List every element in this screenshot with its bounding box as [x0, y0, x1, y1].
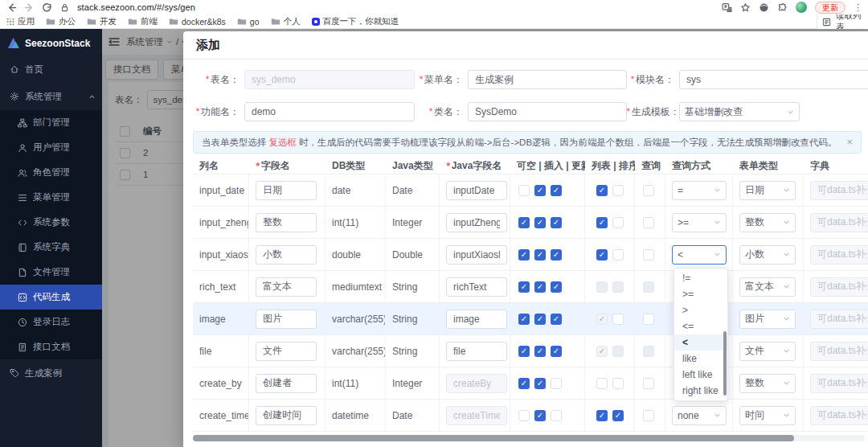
- nullable-checkbox[interactable]: [518, 410, 530, 421]
- horizontal-scrollbar[interactable]: [193, 435, 865, 441]
- bookmark-folder[interactable]: 办公: [46, 16, 76, 27]
- java-field-input[interactable]: [446, 342, 507, 361]
- menu-name-input[interactable]: [468, 70, 627, 89]
- brand[interactable]: SeezoonStack: [0, 29, 102, 55]
- bookmark-folder[interactable]: go: [237, 17, 260, 27]
- field-name-input[interactable]: [256, 277, 317, 297]
- sidebar-item-home[interactable]: 首页: [0, 55, 102, 83]
- bookmark-star-icon[interactable]: [740, 2, 751, 13]
- form-type-select[interactable]: 整数: [739, 213, 796, 232]
- query-mode-select[interactable]: >=: [672, 213, 727, 232]
- query-checkbox[interactable]: [643, 314, 654, 325]
- template-select[interactable]: 基础增删改查: [679, 102, 800, 121]
- field-name-input[interactable]: [256, 406, 317, 425]
- list-checkbox[interactable]: [596, 378, 608, 389]
- sidebar-item-2[interactable]: 部门管理: [0, 110, 102, 135]
- insert-checkbox[interactable]: [534, 217, 546, 228]
- dict-input[interactable]: [810, 406, 868, 425]
- sidebar-item-9[interactable]: 代码生成: [0, 285, 102, 310]
- update-checkbox[interactable]: [551, 378, 562, 389]
- field-name-input[interactable]: [256, 213, 317, 232]
- back-icon[interactable]: [6, 2, 17, 13]
- browser-update-button[interactable]: 更新: [815, 2, 845, 14]
- sidebar-item-system[interactable]: 系统管理: [0, 83, 102, 110]
- dropdown-option[interactable]: left like: [674, 367, 727, 383]
- java-field-input[interactable]: [446, 374, 507, 393]
- nullable-checkbox[interactable]: [518, 281, 530, 293]
- sidebar-item-11[interactable]: 接口文档: [0, 334, 102, 359]
- query-checkbox[interactable]: [643, 378, 654, 389]
- field-name-input[interactable]: [256, 342, 317, 361]
- form-type-select[interactable]: 日期: [739, 181, 796, 200]
- update-checkbox[interactable]: [551, 314, 562, 325]
- sidebar-item-8[interactable]: 文件管理: [0, 260, 102, 285]
- form-type-select[interactable]: 图片: [739, 310, 796, 329]
- bookmark-folder[interactable]: 开发: [87, 16, 117, 27]
- dict-input[interactable]: [810, 310, 868, 329]
- dropdown-option[interactable]: <: [674, 334, 727, 351]
- bookmark-folder[interactable]: 前端: [128, 16, 158, 27]
- dropdown-option[interactable]: !=: [674, 270, 727, 286]
- list-checkbox[interactable]: [596, 185, 608, 196]
- forward-icon[interactable]: [24, 2, 35, 13]
- dict-input[interactable]: [810, 342, 868, 361]
- dict-input[interactable]: [810, 374, 868, 393]
- nullable-checkbox[interactable]: [518, 249, 530, 260]
- insert-checkbox[interactable]: [534, 378, 546, 389]
- java-field-input[interactable]: [446, 310, 507, 329]
- sidebar-item-12[interactable]: 生成案例: [0, 359, 102, 387]
- sort-checkbox[interactable]: [612, 378, 624, 389]
- list-checkbox[interactable]: [596, 410, 608, 421]
- field-name-input[interactable]: [256, 310, 317, 329]
- sidebar-item-7[interactable]: 系统字典: [0, 235, 102, 260]
- update-checkbox[interactable]: [551, 217, 562, 228]
- reading-list[interactable]: 读取列表: [817, 14, 868, 29]
- insert-checkbox[interactable]: [534, 281, 546, 293]
- dropdown-option[interactable]: >=: [674, 286, 727, 302]
- java-field-input[interactable]: [446, 245, 507, 265]
- nullable-checkbox[interactable]: [518, 314, 530, 325]
- update-checkbox[interactable]: [551, 281, 562, 293]
- java-field-input[interactable]: [446, 181, 507, 200]
- dropdown-option[interactable]: <=: [674, 318, 727, 334]
- insert-checkbox[interactable]: [534, 314, 546, 325]
- sort-checkbox[interactable]: [612, 410, 624, 421]
- query-mode-select[interactable]: none: [672, 406, 727, 425]
- form-type-select[interactable]: 整数: [739, 374, 796, 393]
- query-mode-select[interactable]: =: [672, 181, 727, 200]
- field-name-input[interactable]: [256, 374, 317, 393]
- update-checkbox[interactable]: [551, 249, 562, 260]
- dropdown-option[interactable]: like: [674, 351, 727, 367]
- dropdown-scrollbar[interactable]: [723, 331, 727, 396]
- form-type-select[interactable]: 时间: [739, 406, 796, 425]
- sort-checkbox[interactable]: [612, 217, 624, 228]
- function-name-input[interactable]: [244, 102, 415, 121]
- sort-checkbox[interactable]: [612, 314, 624, 325]
- sort-checkbox[interactable]: [612, 185, 624, 196]
- list-checkbox[interactable]: [596, 217, 608, 228]
- field-name-input[interactable]: [256, 245, 317, 265]
- insert-checkbox[interactable]: [534, 185, 546, 196]
- dict-input[interactable]: [810, 245, 868, 265]
- java-field-input[interactable]: [446, 406, 507, 425]
- class-name-input[interactable]: [468, 102, 627, 121]
- module-name-input[interactable]: [679, 70, 868, 89]
- dict-input[interactable]: [810, 181, 868, 200]
- reload-icon[interactable]: [42, 2, 52, 13]
- bookmark-folder[interactable]: 个人: [271, 16, 301, 27]
- menu-kebab-icon[interactable]: ⋮: [854, 2, 862, 13]
- extension-ball-icon[interactable]: [759, 2, 769, 13]
- sidebar-item-6[interactable]: 系统参数: [0, 210, 102, 235]
- bookmark-baidu[interactable]: 百度一下，你就知道: [312, 16, 399, 27]
- translate-icon[interactable]: [722, 2, 732, 13]
- nullable-checkbox[interactable]: [518, 346, 530, 357]
- insert-checkbox[interactable]: [534, 249, 546, 260]
- insert-checkbox[interactable]: [534, 410, 546, 421]
- java-field-input[interactable]: [446, 277, 507, 297]
- query-checkbox[interactable]: [643, 217, 654, 228]
- form-type-select[interactable]: 富文本: [739, 277, 796, 297]
- dict-input[interactable]: [810, 277, 868, 297]
- table-name-input[interactable]: [244, 70, 415, 89]
- form-type-select[interactable]: 文件: [739, 342, 796, 361]
- sort-checkbox[interactable]: [612, 249, 624, 260]
